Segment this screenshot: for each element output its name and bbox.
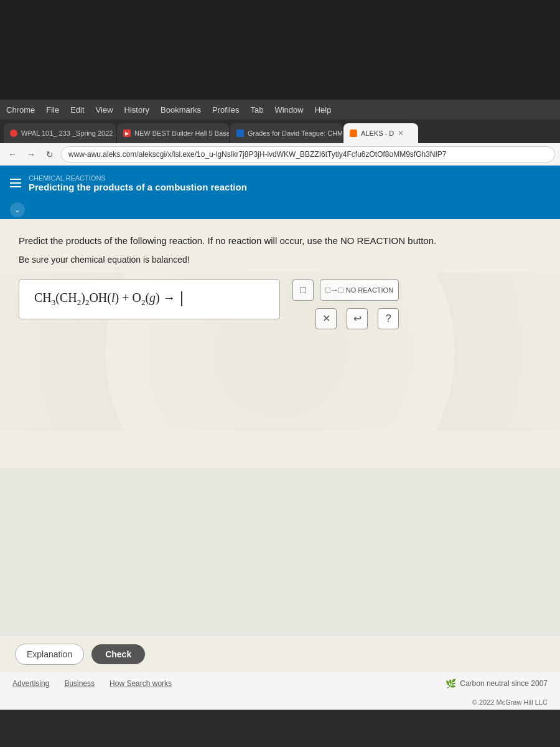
hamburger-menu[interactable]: [10, 179, 21, 187]
tab-bar: WPAL 101_ 233 _Spring 2022 .. ✕ ▶ NEW BE…: [0, 120, 560, 143]
tab-favicon-1: [10, 129, 17, 137]
carbon-text: Carbon neutral since 2007: [460, 679, 548, 688]
reload-button[interactable]: ↻: [42, 147, 57, 162]
tab-label-2: NEW BEST Builder Hall 5 Base: [134, 129, 229, 137]
tab-label-4: ALEKS - D: [361, 129, 394, 137]
chevron-down-button[interactable]: ⌄: [10, 202, 25, 217]
aleks-header: CHEMICAL REACTIONS Predicting the produc…: [0, 166, 560, 200]
menu-profiles[interactable]: Profiles: [212, 105, 239, 115]
footer-right: 🌿 Carbon neutral since 2007: [446, 679, 548, 688]
back-button[interactable]: ←: [5, 147, 20, 162]
chrome-menubar: Chrome File Edit View History Bookmarks …: [0, 100, 560, 120]
menu-chrome[interactable]: Chrome: [6, 105, 35, 115]
menu-window[interactable]: Window: [274, 105, 303, 115]
equation-row: CH3(CH2)2OH(l) + O2(g) → □ □→□ NO REACTI…: [19, 280, 541, 329]
page-title: Predicting the products of a combustion …: [29, 182, 247, 192]
footer-link-business[interactable]: Business: [64, 679, 95, 688]
menu-history[interactable]: History: [124, 105, 149, 115]
tools-bottom-row: ✕ ↩ ?: [315, 308, 399, 329]
tab-favicon-4: [350, 129, 357, 137]
tools-top-row: □ □→□ NO REACTION: [292, 280, 399, 301]
undo-button[interactable]: ↩: [347, 308, 368, 329]
header-text-block: CHEMICAL REACTIONS Predicting the produc…: [29, 174, 247, 192]
tab-grades[interactable]: Grades for David Teague: CHM ✕: [230, 123, 342, 143]
equation-reactant: CH3(CH2)2OH(l) + O2(g) →: [34, 291, 182, 308]
footer-links-bar: Advertising Business How Search works 🌿 …: [0, 672, 560, 695]
undo-icon: ↩: [353, 312, 362, 324]
tab-close-4[interactable]: ✕: [398, 129, 404, 138]
leaf-icon: 🌿: [446, 679, 456, 688]
menu-view[interactable]: View: [96, 105, 113, 115]
address-bar: ← → ↻: [0, 143, 560, 166]
menu-edit[interactable]: Edit: [70, 105, 84, 115]
side-tools: □ □→□ NO REACTION ✕ ↩ ?: [292, 280, 399, 329]
subscript-tool[interactable]: □: [292, 280, 314, 301]
tab-favicon-2: ▶: [123, 129, 131, 137]
menu-bookmarks[interactable]: Bookmarks: [161, 105, 201, 115]
section-label: CHEMICAL REACTIONS: [29, 174, 247, 182]
equation-input-box[interactable]: CH3(CH2)2OH(l) + O2(g) →: [19, 280, 280, 319]
copyright-text: © 2022 McGraw Hill LLC: [472, 698, 548, 706]
tab-label-1: WPAL 101_ 233 _Spring 2022 ..: [21, 129, 116, 137]
footer-link-search[interactable]: How Search works: [110, 679, 172, 688]
equation-cursor: [181, 291, 182, 306]
bottom-action-bar: Explanation Check: [0, 635, 560, 672]
problem-area: Predict the products of the following re…: [0, 219, 560, 468]
tab-label-3: Grades for David Teague: CHM: [248, 129, 342, 137]
clear-button[interactable]: ✕: [315, 308, 337, 329]
no-reaction-label: NO REACTION: [346, 286, 393, 294]
tab-aleks[interactable]: ALEKS - D ✕: [343, 123, 418, 143]
subscript-icon: □: [300, 284, 306, 296]
x-icon: ✕: [322, 312, 330, 324]
problem-note: Be sure your chemical equation is balanc…: [19, 255, 541, 265]
no-reaction-tool[interactable]: □→□ NO REACTION: [320, 280, 399, 301]
tab-wpal[interactable]: WPAL 101_ 233 _Spring 2022 .. ✕: [4, 123, 116, 143]
question-icon: ?: [386, 313, 391, 324]
url-input[interactable]: [61, 146, 555, 162]
tab-favicon-3: [236, 129, 244, 137]
help-button[interactable]: ?: [378, 308, 399, 329]
explanation-button[interactable]: Explanation: [15, 644, 84, 665]
tab-builder[interactable]: ▶ NEW BEST Builder Hall 5 Base ✕: [117, 123, 229, 143]
chevron-row: ⌄: [0, 200, 560, 219]
forward-button[interactable]: →: [24, 147, 39, 162]
footer-link-advertising[interactable]: Advertising: [12, 679, 49, 688]
menu-file[interactable]: File: [46, 105, 59, 115]
menu-help[interactable]: Help: [315, 105, 332, 115]
arrow-icon: □→□: [325, 285, 343, 294]
main-content: CHEMICAL REACTIONS Predicting the produc…: [0, 166, 560, 672]
check-button[interactable]: Check: [91, 644, 145, 664]
menu-tab[interactable]: Tab: [250, 105, 263, 115]
copyright-row: © 2022 McGraw Hill LLC: [0, 695, 560, 710]
page-footer: Advertising Business How Search works 🌿 …: [0, 672, 560, 747]
problem-instruction: Predict the products of the following re…: [19, 234, 541, 248]
